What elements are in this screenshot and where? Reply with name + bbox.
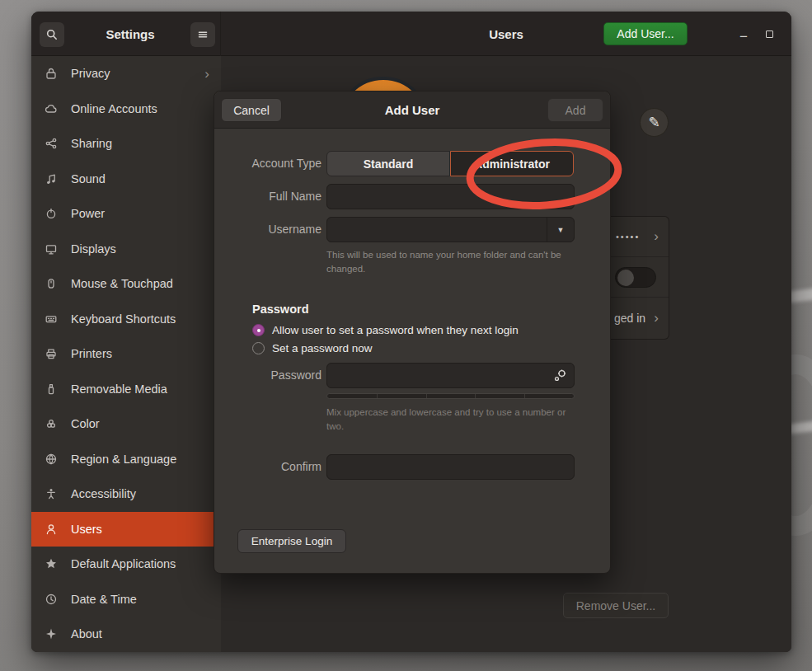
pencil-icon: ✎ [648,114,659,131]
sidebar-item-displays[interactable]: Displays [31,232,221,267]
cloud-icon [44,102,59,115]
username-combo-input[interactable]: ▼ [326,217,575,242]
radio-unselected-icon [252,342,265,354]
clock-icon [44,593,59,606]
sidebar-item-label: Sound [71,172,106,185]
flash-drive-icon [44,382,59,396]
sidebar-item-label: About [71,627,102,640]
settings-window: Settings Users Add User... − × Privacy›O… [31,12,791,652]
sidebar-item-label: Privacy [71,67,110,80]
sidebar-item-accessibility[interactable]: Accessibility [31,476,221,512]
sidebar-item-users[interactable]: Users [31,512,221,547]
maximize-icon[interactable] [766,30,773,38]
sidebar-item-online-accounts[interactable]: Online Accounts [31,92,221,127]
password-row[interactable]: ••••• › [611,217,669,257]
sidebar-item-mouse-touchpad[interactable]: Mouse & Touchpad [31,266,221,302]
automatic-login-toggle[interactable] [615,267,656,288]
sidebar-item-label: Printers [71,347,112,360]
account-type-standard-button[interactable]: Standard [326,151,450,176]
search-button[interactable] [40,22,64,47]
username-dropdown-button[interactable]: ▼ [547,218,574,242]
globe-icon [44,453,59,466]
logged-in-partial-text: ged in [611,312,645,325]
sidebar-item-sharing[interactable]: Sharing [31,126,221,162]
confirm-input[interactable] [326,454,575,480]
confirm-label: Confirm [223,460,322,473]
lock-icon [44,67,59,80]
share-icon [44,137,59,150]
password-hint: Mix uppercase and lowercase and try to u… [326,406,574,433]
sidebar-item-label: Region & Language [71,453,176,466]
minimize-icon[interactable]: − [734,22,753,45]
remove-user-button[interactable]: Remove User... [563,593,669,618]
sidebar-item-color[interactable]: Color [31,406,221,442]
mouse-icon [44,277,59,290]
cancel-button[interactable]: Cancel [221,98,282,122]
enterprise-login-button[interactable]: Enterprise Login [237,529,346,553]
full-name-label: Full Name [223,190,322,203]
star-icon [44,557,59,570]
sidebar-item-label: Sharing [71,137,112,150]
add-user-button[interactable]: Add User... [603,22,688,45]
sidebar-item-printers[interactable]: Printers [31,336,221,372]
sidebar-item-removable-media[interactable]: Removable Media [31,372,221,407]
power-icon [44,207,59,220]
sidebar-item-label: Removable Media [71,382,167,396]
display-icon [44,242,59,256]
sidebar-item-date-time[interactable]: Date & Time [31,582,221,617]
automatic-login-row [611,257,669,298]
sidebar-item-keyboard-shortcuts[interactable]: Keyboard Shortcuts [31,302,221,337]
starburst-icon [44,627,59,640]
radio-set-now-label: Set a password now [272,342,373,354]
sidebar: Privacy›Online AccountsSharingSoundPower… [31,56,221,652]
sidebar-item-label: Accessibility [71,487,136,500]
radio-next-login-label: Allow user to set a password when they n… [272,324,519,336]
edit-avatar-button[interactable]: ✎ [640,108,669,137]
keyboard-icon [44,312,59,326]
sidebar-item-privacy[interactable]: Privacy› [31,56,221,92]
sidebar-item-label: Users [71,523,102,536]
generate-password-icon[interactable] [552,368,568,383]
color-icon [44,417,59,430]
headerbar: Settings Users Add User... − × [31,12,791,56]
app-title: Settings [64,12,196,56]
radio-selected-icon [252,324,265,336]
sidebar-item-default-applications[interactable]: Default Applications [31,547,221,582]
password-dots: ••••• [611,232,640,242]
password-strength-meter [326,393,575,399]
sidebar-item-label: Mouse & Touchpad [71,277,173,290]
sidebar-item-label: Default Applications [71,557,176,570]
menu-button[interactable] [190,22,215,47]
accessibility-icon [44,487,59,500]
account-type-administrator-button[interactable]: Administrator [450,151,574,176]
password-label: Password [223,368,322,382]
sidebar-item-label: Online Accounts [71,102,157,115]
logged-in-row[interactable]: ged in › [611,298,669,338]
chevron-right-icon: › [654,228,659,245]
music-note-icon [44,172,59,185]
page-title: Users [221,12,791,56]
user-icon [44,523,59,536]
add-button[interactable]: Add [547,98,603,122]
full-name-input[interactable] [326,184,575,209]
chevron-right-icon: › [654,310,659,326]
username-hint: This will be used to name your home fold… [326,248,574,275]
chevron-down-icon: ▼ [557,226,565,234]
sidebar-item-about[interactable]: About [31,617,221,652]
sidebar-item-power[interactable]: Power [31,196,221,232]
hamburger-menu-icon [196,28,209,41]
radio-set-now[interactable]: Set a password now [252,341,373,355]
account-settings-frame: ••••• › ged in › [611,216,669,340]
sidebar-item-region-language[interactable]: Region & Language [31,442,221,477]
toggle-knob [617,270,634,286]
account-type-label: Account Type [223,157,322,170]
password-input[interactable] [326,363,575,388]
password-section-title: Password [252,303,309,316]
printer-icon [44,347,59,360]
sidebar-item-label: Power [71,207,105,220]
sidebar-item-label: Date & Time [71,593,137,606]
add-user-dialog: Add User Cancel Add Account Type Standar… [214,91,611,574]
sidebar-item-label: Color [71,417,100,430]
radio-next-login[interactable]: Allow user to set a password when they n… [252,323,519,337]
sidebar-item-sound[interactable]: Sound [31,162,221,197]
